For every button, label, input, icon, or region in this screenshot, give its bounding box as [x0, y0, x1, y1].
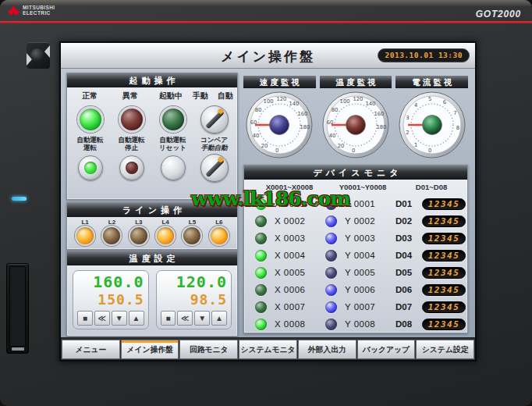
x-device-label: X 0003: [269, 233, 325, 243]
gauge-scale-label: 180: [376, 124, 386, 130]
normal-lamp: [77, 106, 104, 133]
y-lamp: [325, 267, 337, 279]
brand-line2: ELECTRIC: [23, 10, 55, 16]
manual-auto-selector-switch[interactable]: [200, 105, 229, 134]
x-lamp: [255, 250, 267, 262]
x-device-label: X 0004: [269, 251, 325, 260]
datetime-display: 2013.10.01 13:30: [378, 48, 470, 62]
temperature-setting-panel: 温度設定 160.0 150.5 ■ ≪ ▼ ▲ 120.0 98.5: [66, 251, 238, 337]
gauge-scale-label: 0: [428, 148, 431, 154]
selector1-label-auto: 自動: [218, 91, 233, 102]
stop-button[interactable]: ■: [77, 311, 93, 326]
line-lamp-L5[interactable]: [182, 226, 202, 246]
gauge-scale-label: 140: [365, 101, 375, 107]
gauge-scale-label: 80: [332, 107, 339, 113]
tab-external-io[interactable]: 外部入出力: [298, 340, 356, 359]
auto-run-button[interactable]: [78, 155, 103, 180]
gauge-scale-label: 40: [329, 133, 336, 139]
line-lamp-L2[interactable]: [101, 226, 122, 246]
d-device-label: D03: [395, 233, 422, 243]
tab-circuit-monitor[interactable]: 回路モニタ: [179, 340, 238, 359]
monitor-row-8: X 0008 Y 0008 D08 12345: [244, 315, 467, 333]
gauge-scale-label: 2: [406, 130, 409, 136]
lamp-label-normal: 正常: [69, 91, 110, 102]
gauge-scale-label: 5: [428, 96, 431, 102]
down-button[interactable]: ▼: [112, 311, 127, 326]
d-device-label: D04: [395, 251, 422, 260]
d-value-display: 12345: [422, 233, 466, 244]
x-device-label: X 0006: [269, 285, 325, 294]
brand-line1: MITSUBISHI: [23, 5, 55, 10]
selector1-label-manual: 手動: [193, 91, 208, 102]
process-value: 98.5: [161, 291, 228, 308]
selector-tip-dot: [217, 109, 223, 115]
y-device-label: Y 0006: [339, 285, 395, 294]
d-value-display: 12345: [422, 319, 466, 330]
line-lamp-L1[interactable]: [75, 226, 95, 246]
watermark-text: www.lk186.com: [191, 187, 350, 210]
process-value: 150.5: [77, 291, 144, 308]
d-device-label: D08: [395, 319, 422, 329]
error-lamp: [119, 106, 145, 133]
gauge-scale-label: 20: [338, 143, 345, 149]
speed-gauge-group: 速度監視 0 20 40 60 80 100 120: [243, 76, 316, 159]
line-lamp-L6[interactable]: [209, 226, 229, 246]
x-lamp: [255, 215, 267, 227]
y-device-label: Y 0008: [339, 319, 395, 329]
d-value-display: 12345: [422, 284, 466, 296]
gauge-scale-label: 160: [298, 111, 308, 117]
selector1-labels: 手動 自動: [191, 91, 235, 102]
fast-button[interactable]: ≪: [94, 311, 110, 326]
line-lamp-L4[interactable]: [155, 226, 176, 246]
up-button[interactable]: ▲: [211, 311, 227, 326]
x-lamp: [255, 284, 267, 296]
starting-lamp: [160, 106, 186, 133]
device-monitor-title: デバイスモニタ: [244, 166, 467, 180]
y-lamp: [325, 250, 337, 262]
tab-system-monitor[interactable]: システムモニタ: [239, 340, 297, 359]
tab-backup[interactable]: バックアップ: [357, 340, 416, 359]
fast-button[interactable]: ≪: [177, 311, 193, 326]
x-device-label: X 0005: [269, 268, 325, 277]
line-lamp-L3[interactable]: [129, 226, 149, 246]
gauge-scale-label: 80: [255, 107, 262, 113]
gauge-scale-label: 6: [443, 99, 446, 105]
setpoint-value: 160.0: [77, 272, 144, 291]
x-lamp: [255, 233, 267, 244]
d-device-label: D07: [395, 302, 422, 312]
y-device-label: Y 0005: [339, 268, 395, 277]
up-button[interactable]: ▲: [129, 311, 144, 326]
startup-row1-items: [67, 103, 237, 136]
selector2-label-manual: 手動: [201, 144, 215, 151]
setpoint-value: 120.0: [161, 272, 228, 291]
monitor-row-4: X 0004 Y 0004 D04 12345: [244, 247, 467, 264]
gauge-scale-label: 3: [406, 115, 409, 121]
auto-stop-button[interactable]: [119, 155, 144, 180]
temperature-controller-1: 160.0 150.5 ■ ≪ ▼ ▲: [73, 270, 149, 329]
speed-gauge: 0 20 40 60 80 100 120 140 160 180: [245, 91, 314, 159]
x-device-label: X 0008: [269, 319, 325, 329]
conveyor-selector-switch[interactable]: [200, 154, 229, 182]
monitor-row-5: X 0005 Y 0005 D05 12345: [244, 264, 467, 281]
d-value-display: 12345: [422, 198, 466, 210]
startup-row2-items: [67, 153, 237, 183]
tab-main-panel[interactable]: メイン操作盤: [121, 340, 179, 359]
bezel-red-stripe: [0, 21, 532, 23]
y-lamp: [325, 284, 337, 296]
gauge-scale-label: 120: [353, 96, 363, 102]
tab-system-settings[interactable]: システム設定: [416, 340, 474, 359]
temperature-gauge-group: 温度監視 0 20 40 60 80 100 120: [320, 76, 392, 159]
gauge-scale-label: 60: [327, 119, 334, 126]
gauge-scale-label: 100: [264, 98, 274, 105]
monitor-row-6: X 0006 Y 0006 D06 12345: [244, 281, 467, 298]
tab-menu[interactable]: メニュー: [62, 340, 120, 359]
y-device-label: Y 0002: [339, 216, 395, 226]
power-led: [12, 197, 27, 201]
gauge-scale-label: 0: [352, 148, 355, 154]
bezel-top-face: [0, 0, 532, 6]
down-button[interactable]: ▼: [194, 311, 210, 326]
auto-reset-button[interactable]: [161, 155, 186, 180]
gauge-scale-label: 140: [289, 101, 300, 107]
startup-row2-labels: 自動運転運転 自動運転停止 自動運転リセット コンベア 手動自動: [67, 137, 237, 151]
stop-button[interactable]: ■: [161, 311, 176, 326]
